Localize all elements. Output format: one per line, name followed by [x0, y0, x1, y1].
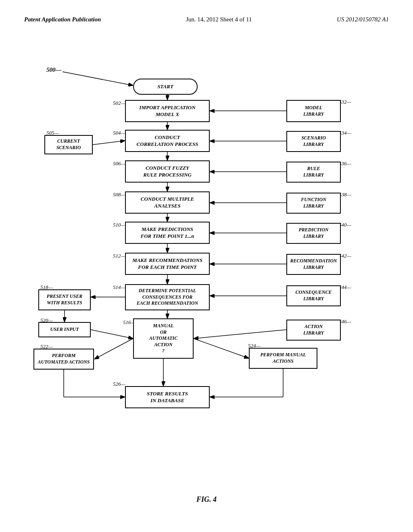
box-r542: RECOMMENDATION LIBRARY	[286, 254, 341, 275]
box-r538: FUNCTION LIBRARY	[286, 193, 341, 214]
label-514: 514—	[113, 284, 125, 291]
box-s514: DETERMINE POTENTIAL CONSEQUENCES FOR EAC…	[125, 284, 210, 310]
svg-line-1	[63, 72, 133, 85]
box-r546: ACTION LIBRARY	[286, 320, 341, 341]
label-504: 504—	[113, 130, 125, 136]
box-r540: PREDICTION LIBRARY	[286, 223, 341, 244]
box-s502: IMPORT APPLICATION MODEL X	[125, 100, 210, 122]
box-s524: PERFORM MANUAL ACTIONS	[249, 348, 317, 369]
label-510: 510—	[113, 222, 125, 228]
label-506: 506—	[113, 160, 125, 167]
svg-line-14	[194, 339, 249, 358]
box-start: START	[133, 79, 198, 95]
box-s512: MAKE RECOMMENDATIONS FOR EACH TIME POINT	[125, 253, 210, 275]
box-s516: MANUAL OR AUTOMATIC ACTION ?	[133, 318, 194, 359]
svg-line-12	[91, 330, 133, 339]
box-s522: PERFORM AUTOMATED ACTIONS	[33, 349, 94, 370]
box-r534: SCENARIO LIBRARY	[286, 131, 341, 152]
box-r532: MODEL LIBRARY	[286, 100, 341, 122]
box-s526: STORE RESULTS IN DATABASE	[125, 386, 210, 408]
box-r544: CONSEQUENCE LIBRARY	[286, 285, 341, 306]
header-patent: US 2012/0150782 A1	[337, 16, 389, 23]
box-s510: MAKE PREDICTIONS FOR TIME POINT 1...n	[125, 222, 210, 244]
page-header: Patent Application Publication Jun. 14, …	[0, 0, 413, 31]
box-s506: CONDUCT FUZZY RULE PROCESSING	[125, 160, 210, 183]
label-526: 526—	[113, 381, 125, 387]
header-date: Jun. 14, 2012 Sheet 4 of 11	[186, 16, 252, 23]
svg-line-27	[194, 330, 286, 339]
box-s504: CONDUCT CORRELATION PROCESS	[125, 130, 210, 152]
box-s518: PRESENT USER WITH RESULTS	[38, 289, 91, 310]
box-s520: USER INPUT	[38, 322, 91, 337]
svg-line-13	[94, 339, 133, 359]
label-502: 502—	[113, 100, 125, 106]
label-508: 508—	[113, 191, 125, 198]
label-512: 512—	[113, 253, 125, 259]
box-s505: CURRENT SCENARIO	[44, 135, 93, 154]
label-500: 500—	[46, 66, 62, 73]
box-s508: CONDUCT MULTIPLE ANALYSES	[125, 191, 210, 214]
diagram-area: 500— START 502— IMPORT APPLICATION MODEL…	[0, 52, 413, 516]
box-r536: RULE LIBRARY	[286, 162, 341, 183]
fig-label: FIG. 4	[196, 495, 217, 504]
svg-line-28	[93, 141, 125, 145]
header-publication: Patent Application Publication	[24, 16, 101, 23]
start-label: START	[157, 83, 173, 90]
